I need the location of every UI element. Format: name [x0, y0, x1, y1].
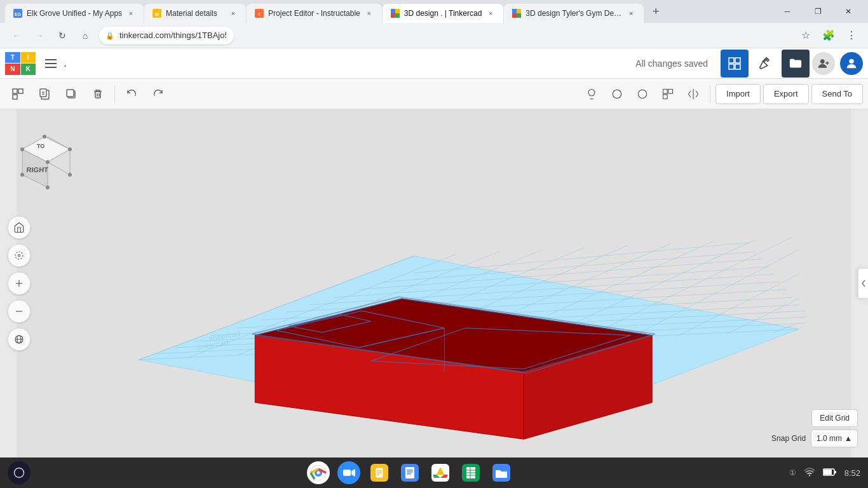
svg-point-97	[46, 186, 50, 189]
tab3-close[interactable]: ×	[364, 8, 374, 18]
bookmark-button[interactable]: ☆	[797, 27, 815, 44]
svg-rect-7	[395, 9, 400, 13]
perspective-button[interactable]	[8, 328, 31, 351]
zoom-in-button[interactable]	[8, 272, 31, 295]
fit-view-button[interactable]	[8, 216, 31, 239]
design-tools-button[interactable]	[751, 50, 779, 78]
files-button[interactable]	[782, 50, 810, 78]
taskbar-app-drive[interactable]	[429, 461, 452, 484]
svg-rect-123	[407, 470, 413, 471]
circle-tool-button[interactable]	[631, 83, 654, 105]
browser-frame: EG Elk Grove Unified - My Apps × M Mater…	[0, 0, 868, 488]
taskbar-app-zoom[interactable]	[337, 461, 360, 484]
back-button[interactable]: ←	[8, 27, 25, 44]
grid-view-button[interactable]	[721, 50, 749, 78]
svg-rect-14	[45, 59, 57, 60]
svg-rect-25	[13, 89, 17, 93]
user-avatar-button[interactable]	[840, 52, 863, 75]
tab-elk-grove[interactable]: EG Elk Grove Unified - My Apps ×	[5, 4, 144, 23]
svg-text:TO: TO	[37, 143, 44, 149]
hamburger-menu-button[interactable]	[41, 53, 61, 74]
panel-collapse-handle[interactable]	[858, 268, 868, 299]
svg-rect-9	[395, 13, 400, 18]
delete-button[interactable]	[85, 81, 111, 107]
svg-text:EG: EG	[15, 12, 22, 17]
tab1-favicon: EG	[13, 8, 23, 18]
taskbar-apps	[31, 461, 789, 484]
import-button[interactable]: Import	[715, 84, 761, 104]
edit-toolbar: Import Export Send To	[0, 79, 868, 109]
svg-point-21	[820, 59, 825, 64]
taskbar-app-chrome[interactable]	[307, 461, 330, 484]
svg-rect-141	[834, 471, 836, 473]
tinkercad-logo[interactable]: T I N K	[5, 52, 36, 75]
snap-grid-value[interactable]: 1.0 mm ▲	[811, 430, 858, 447]
tab-tinkercad-tyler[interactable]: 3D design Tyler's Gym Des... ×	[504, 4, 644, 23]
taskbar-app-files[interactable]	[490, 461, 513, 484]
shape-tool-button[interactable]	[606, 83, 628, 105]
redo-button[interactable]	[146, 81, 171, 107]
orientation-cube[interactable]: RIGHT TO	[13, 122, 76, 192]
tab-material[interactable]: M Material details ×	[144, 4, 246, 23]
chrome-menu-button[interactable]: ⋮	[843, 27, 860, 44]
svg-point-95	[46, 160, 50, 164]
tab4-close[interactable]: ×	[485, 8, 496, 18]
tab2-close[interactable]: ×	[228, 8, 238, 18]
undo-button[interactable]	[119, 81, 144, 107]
frame-all-button[interactable]	[8, 244, 31, 267]
lightbulb-button[interactable]	[580, 83, 603, 105]
svg-rect-41	[668, 89, 673, 93]
tab5-close[interactable]: ×	[626, 8, 636, 18]
taskbar-app-sheets[interactable]	[459, 461, 482, 484]
zoom-out-button[interactable]	[8, 300, 31, 323]
paste-button[interactable]	[32, 81, 57, 107]
svg-rect-6	[391, 9, 395, 13]
taskbar-launcher-button[interactable]	[8, 461, 31, 484]
address-input[interactable]	[99, 27, 234, 44]
tab1-label: Elk Grove Unified - My Apps	[27, 9, 122, 18]
svg-rect-10	[512, 9, 517, 13]
export-button[interactable]: Export	[763, 84, 809, 104]
address-wrap: 🔒	[99, 27, 792, 44]
close-button[interactable]: ✕	[834, 3, 863, 20]
reload-button[interactable]: ↻	[53, 27, 71, 44]
minimize-button[interactable]: ─	[773, 3, 802, 20]
svg-point-93	[43, 135, 46, 139]
snap-grid-label: Snap Grid	[771, 434, 806, 443]
right-toolbar: Import Export Send To	[580, 83, 863, 105]
tab-project-editor[interactable]: I Project Editor - Instructable ×	[247, 4, 382, 23]
grid-controls: Edit Grid Snap Grid 1.0 mm ▲	[771, 409, 858, 447]
tab1-close[interactable]: ×	[126, 8, 136, 18]
mirror-button[interactable]	[682, 83, 705, 105]
taskbar-app-docs[interactable]	[398, 461, 421, 484]
align-button[interactable]	[656, 83, 679, 105]
taskbar-app-keep[interactable]	[368, 461, 391, 484]
svg-rect-124	[407, 471, 413, 473]
add-collaborator-button[interactable]	[812, 52, 835, 75]
svg-rect-20	[735, 64, 740, 69]
svg-rect-17	[729, 58, 734, 63]
tab4-favicon	[390, 8, 400, 18]
svg-point-24	[849, 58, 853, 63]
home-button[interactable]: ⌂	[76, 27, 94, 44]
tab-tinkercad-active[interactable]: 3D design . | Tinkercad ×	[383, 4, 504, 23]
new-tab-button[interactable]: +	[647, 3, 665, 20]
forward-button[interactable]: →	[31, 27, 48, 44]
group-button[interactable]	[5, 81, 31, 107]
svg-point-94	[68, 147, 72, 151]
svg-point-138	[809, 475, 810, 476]
edit-grid-button[interactable]: Edit Grid	[811, 409, 858, 427]
lock-icon: 🔒	[105, 31, 114, 39]
extensions-button[interactable]: 🧩	[820, 27, 837, 44]
autosave-status: All changes saved	[635, 58, 708, 69]
svg-rect-122	[405, 467, 414, 478]
3d-viewport[interactable]: tinkercad tinkercad RIGHT TO	[0, 109, 868, 458]
sendto-button[interactable]: Send To	[811, 84, 863, 104]
svg-point-92	[20, 147, 24, 151]
duplicate-button[interactable]	[58, 81, 84, 107]
svg-rect-12	[512, 13, 517, 18]
left-view-tools	[8, 216, 31, 351]
logo-t: T	[5, 52, 20, 64]
maximize-button[interactable]: ❐	[803, 3, 832, 20]
svg-rect-27	[13, 95, 17, 99]
